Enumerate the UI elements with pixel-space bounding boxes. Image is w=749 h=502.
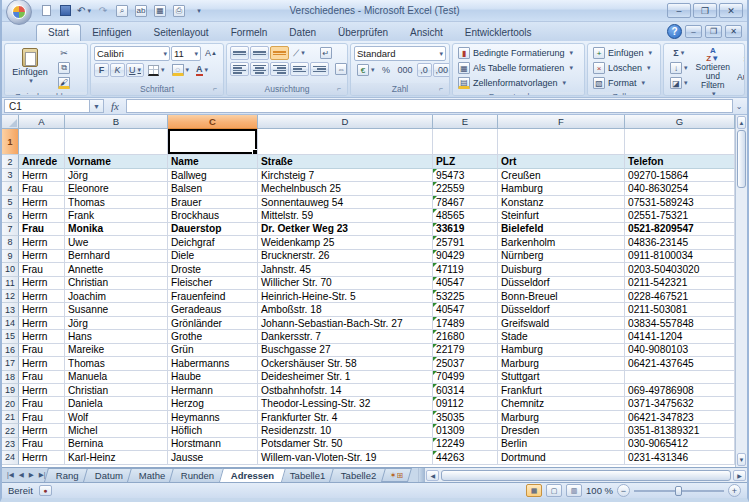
- cell[interactable]: Amboßstr. 18: [258, 303, 433, 316]
- name-box-dropdown[interactable]: ▼: [90, 99, 104, 113]
- next-sheet-button[interactable]: ▶: [27, 470, 36, 480]
- cell[interactable]: Jörg: [65, 169, 168, 182]
- cell[interactable]: Jausse: [168, 451, 258, 464]
- cell[interactable]: 22559: [433, 182, 498, 195]
- cell[interactable]: Greifswald: [498, 317, 625, 330]
- increase-decimal-button[interactable]: ,0: [417, 63, 432, 77]
- cell[interactable]: Jörg: [65, 317, 168, 330]
- row-number[interactable]: 10: [2, 263, 19, 276]
- cell[interactable]: Annette: [65, 263, 168, 276]
- cell[interactable]: 25791: [433, 236, 498, 249]
- cell[interactable]: Marburg: [498, 411, 625, 424]
- cell[interactable]: Dankersstr. 7: [258, 330, 433, 343]
- cell[interactable]: Jahnstr. 45: [258, 263, 433, 276]
- prev-sheet-button[interactable]: ◀: [17, 470, 26, 480]
- cell[interactable]: 06421-437645: [625, 357, 735, 370]
- cell[interactable]: Höflich: [168, 424, 258, 437]
- cell[interactable]: 48565: [433, 209, 498, 222]
- close-button[interactable]: ✕: [719, 3, 743, 18]
- accounting-format-button[interactable]: €▾: [354, 63, 378, 77]
- cell[interactable]: 02551-75321: [625, 209, 735, 222]
- cell[interactable]: [625, 371, 735, 384]
- cell[interactable]: Herrn: [19, 303, 65, 316]
- row-number[interactable]: 6: [2, 209, 19, 222]
- cell[interactable]: Heinrich-Heine-Str. 5: [258, 290, 433, 303]
- cell[interactable]: Bielefeld: [498, 223, 625, 236]
- cell[interactable]: Herrn: [19, 357, 65, 370]
- select-all-button[interactable]: [2, 115, 19, 129]
- align-center-button[interactable]: [250, 62, 269, 76]
- cell[interactable]: Düsseldorf: [498, 303, 625, 316]
- formula-input[interactable]: [126, 99, 733, 113]
- ribbon-tab-überprüfen[interactable]: Überprüfen: [327, 25, 399, 41]
- row-number[interactable]: 11: [2, 277, 19, 290]
- cell[interactable]: 90429: [433, 250, 498, 263]
- help-button[interactable]: ?: [667, 24, 682, 39]
- column-header-c[interactable]: C: [168, 115, 258, 129]
- cell[interactable]: Hermann: [168, 384, 258, 397]
- row-number[interactable]: 18: [2, 371, 19, 384]
- cell[interactable]: Herrn: [19, 290, 65, 303]
- format-as-table-button[interactable]: ▦Als Tabelle formatieren▾: [456, 61, 575, 75]
- cell[interactable]: Willicher Str. 70: [258, 277, 433, 290]
- align-left-button[interactable]: [230, 62, 249, 76]
- cell[interactable]: 12249: [433, 438, 498, 451]
- ribbon-tab-formeln[interactable]: Formeln: [220, 25, 279, 41]
- cell[interactable]: 25037: [433, 357, 498, 370]
- vertical-scroll-track[interactable]: [736, 188, 747, 452]
- dialog-launcher-icon[interactable]: ⌐: [439, 85, 447, 93]
- percent-button[interactable]: %: [379, 63, 394, 77]
- cell[interactable]: 0211-542321: [625, 277, 735, 290]
- cell[interactable]: 0371-3475632: [625, 397, 735, 410]
- align-middle-button[interactable]: [250, 46, 269, 60]
- number-format-select[interactable]: Standard▾: [354, 46, 446, 61]
- cell[interactable]: Brucknerstr. 26: [258, 250, 433, 263]
- align-bottom-button[interactable]: [270, 46, 289, 60]
- ribbon-tab-seitenlayout[interactable]: Seitenlayout: [143, 25, 220, 41]
- cell[interactable]: Balsen: [168, 182, 258, 195]
- cell[interactable]: Frankfurter Str. 4: [258, 411, 433, 424]
- cell[interactable]: Geradeaus: [168, 303, 258, 316]
- align-right-button[interactable]: [270, 62, 289, 76]
- cell[interactable]: 0351-81389321: [625, 424, 735, 437]
- decrease-decimal-button[interactable]: ,00: [433, 63, 450, 77]
- scroll-down-icon[interactable]: ▼: [737, 453, 746, 466]
- horizontal-scroll-thumb[interactable]: [441, 470, 731, 481]
- scroll-up-icon[interactable]: ▲: [737, 116, 746, 129]
- scroll-left-icon[interactable]: ◀: [426, 470, 439, 481]
- cell[interactable]: Fleischer: [168, 277, 258, 290]
- cell[interactable]: 0211-503081: [625, 303, 735, 316]
- cell[interactable]: Deidesheimer Str. 1: [258, 371, 433, 384]
- cell[interactable]: Frau: [19, 182, 65, 195]
- cell[interactable]: [625, 129, 735, 155]
- cell[interactable]: Ballweg: [168, 169, 258, 182]
- column-header-d[interactable]: D: [258, 115, 433, 129]
- row-number[interactable]: 17: [2, 357, 19, 370]
- cell[interactable]: 01309: [433, 424, 498, 437]
- cell[interactable]: Mareike: [65, 344, 168, 357]
- cell[interactable]: Stade: [498, 330, 625, 343]
- cell[interactable]: Johann-Sebastian-Bach-Str. 27: [258, 317, 433, 330]
- cell[interactable]: Frankfurt: [498, 384, 625, 397]
- workbook-close-button[interactable]: ✕: [725, 25, 742, 38]
- cell[interactable]: [498, 129, 625, 155]
- row-number[interactable]: 4: [2, 182, 19, 195]
- orientation-button[interactable]: ⟋▾: [290, 46, 308, 60]
- cell[interactable]: Christian: [65, 384, 168, 397]
- cell[interactable]: Deichgraf: [168, 236, 258, 249]
- cell[interactable]: Brockhaus: [168, 209, 258, 222]
- cell[interactable]: Residenzstr. 10: [258, 424, 433, 437]
- insert-worksheet-tab[interactable]: ✶⊞: [381, 468, 412, 482]
- cell[interactable]: Dauerstop: [168, 223, 258, 236]
- cell[interactable]: Chemnitz: [498, 397, 625, 410]
- cell[interactable]: Frau: [19, 223, 65, 236]
- copy-button[interactable]: ⧉: [55, 61, 73, 75]
- row-number[interactable]: 16: [2, 344, 19, 357]
- conditional-formatting-button[interactable]: ▮Bedingte Formatierung▾: [456, 46, 575, 60]
- delete-cells-button[interactable]: ×Löschen▾: [591, 61, 653, 75]
- cell[interactable]: 60314: [433, 384, 498, 397]
- cell[interactable]: Kirchsteig 7: [258, 169, 433, 182]
- cell[interactable]: 09270-15864: [625, 169, 735, 182]
- cell[interactable]: 0203-50403020: [625, 263, 735, 276]
- row-number[interactable]: 2: [2, 155, 19, 169]
